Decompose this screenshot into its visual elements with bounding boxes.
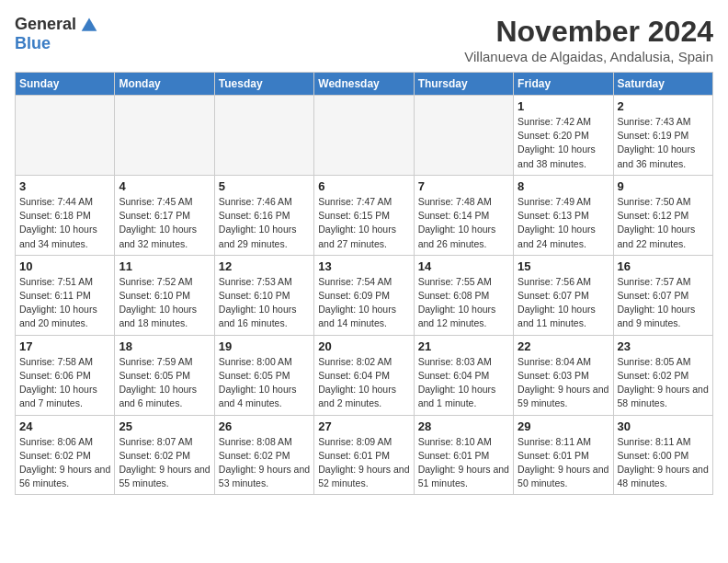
calendar-cell: 11Sunrise: 7:52 AM Sunset: 6:10 PM Dayli…: [115, 255, 214, 335]
day-number: 17: [19, 339, 110, 353]
col-header-wednesday: Wednesday: [314, 73, 414, 96]
calendar-header-row: SundayMondayTuesdayWednesdayThursdayFrid…: [16, 73, 713, 96]
day-number: 10: [19, 259, 110, 273]
col-header-thursday: Thursday: [414, 73, 513, 96]
day-info: Sunrise: 8:05 AM Sunset: 6:02 PM Dayligh…: [618, 355, 709, 411]
logo-general-text: General: [15, 15, 76, 34]
header: General Blue November 2024 Villanueva de…: [15, 15, 713, 64]
day-info: Sunrise: 7:58 AM Sunset: 6:06 PM Dayligh…: [19, 355, 110, 411]
logo-icon: [80, 16, 98, 34]
calendar-cell: 25Sunrise: 8:07 AM Sunset: 6:02 PM Dayli…: [115, 415, 214, 495]
day-number: 23: [618, 339, 709, 353]
day-info: Sunrise: 7:45 AM Sunset: 6:17 PM Dayligh…: [119, 195, 210, 251]
month-title: November 2024: [464, 15, 713, 49]
day-info: Sunrise: 7:42 AM Sunset: 6:20 PM Dayligh…: [518, 115, 609, 171]
week-row-1: 1Sunrise: 7:42 AM Sunset: 6:20 PM Daylig…: [16, 96, 713, 176]
calendar-cell: 13Sunrise: 7:54 AM Sunset: 6:09 PM Dayli…: [314, 255, 414, 335]
calendar-cell: 4Sunrise: 7:45 AM Sunset: 6:17 PM Daylig…: [115, 175, 214, 255]
day-info: Sunrise: 7:46 AM Sunset: 6:16 PM Dayligh…: [219, 195, 310, 251]
week-row-3: 10Sunrise: 7:51 AM Sunset: 6:11 PM Dayli…: [16, 255, 713, 335]
day-number: 7: [418, 179, 509, 193]
day-number: 21: [418, 339, 509, 353]
day-number: 4: [119, 179, 210, 193]
calendar-table: SundayMondayTuesdayWednesdayThursdayFrid…: [15, 72, 713, 495]
day-number: 3: [19, 179, 110, 193]
col-header-friday: Friday: [514, 73, 613, 96]
calendar-cell: 17Sunrise: 7:58 AM Sunset: 6:06 PM Dayli…: [16, 335, 115, 415]
calendar-cell: 6Sunrise: 7:47 AM Sunset: 6:15 PM Daylig…: [314, 175, 414, 255]
col-header-tuesday: Tuesday: [214, 73, 313, 96]
calendar-cell: 2Sunrise: 7:43 AM Sunset: 6:19 PM Daylig…: [613, 96, 712, 176]
day-number: 28: [418, 419, 509, 433]
day-number: 27: [318, 419, 409, 433]
calendar-cell: [214, 96, 313, 176]
logo-blue-text: Blue: [15, 34, 51, 53]
day-info: Sunrise: 7:59 AM Sunset: 6:05 PM Dayligh…: [119, 355, 210, 411]
day-info: Sunrise: 8:00 AM Sunset: 6:05 PM Dayligh…: [219, 355, 310, 411]
day-info: Sunrise: 7:44 AM Sunset: 6:18 PM Dayligh…: [19, 195, 110, 251]
title-area: November 2024 Villanueva de Algaidas, An…: [464, 15, 713, 64]
day-number: 2: [618, 99, 709, 113]
calendar-cell: 9Sunrise: 7:50 AM Sunset: 6:12 PM Daylig…: [613, 175, 712, 255]
day-info: Sunrise: 7:50 AM Sunset: 6:12 PM Dayligh…: [618, 195, 709, 251]
calendar-cell: 29Sunrise: 8:11 AM Sunset: 6:01 PM Dayli…: [514, 415, 613, 495]
day-info: Sunrise: 8:02 AM Sunset: 6:04 PM Dayligh…: [318, 355, 409, 411]
day-info: Sunrise: 7:47 AM Sunset: 6:15 PM Dayligh…: [318, 195, 409, 251]
calendar-cell: 1Sunrise: 7:42 AM Sunset: 6:20 PM Daylig…: [514, 96, 613, 176]
calendar-cell: 20Sunrise: 8:02 AM Sunset: 6:04 PM Dayli…: [314, 335, 414, 415]
day-number: 13: [318, 259, 409, 273]
day-info: Sunrise: 7:52 AM Sunset: 6:10 PM Dayligh…: [119, 275, 210, 331]
calendar-cell: 21Sunrise: 8:03 AM Sunset: 6:04 PM Dayli…: [414, 335, 513, 415]
day-info: Sunrise: 8:04 AM Sunset: 6:03 PM Dayligh…: [518, 355, 609, 411]
day-info: Sunrise: 7:53 AM Sunset: 6:10 PM Dayligh…: [219, 275, 310, 331]
day-info: Sunrise: 7:56 AM Sunset: 6:07 PM Dayligh…: [518, 275, 609, 331]
day-info: Sunrise: 8:07 AM Sunset: 6:02 PM Dayligh…: [119, 435, 210, 491]
week-row-4: 17Sunrise: 7:58 AM Sunset: 6:06 PM Dayli…: [16, 335, 713, 415]
day-number: 9: [618, 179, 709, 193]
day-number: 14: [418, 259, 509, 273]
location-subtitle: Villanueva de Algaidas, Andalusia, Spain: [464, 49, 713, 64]
week-row-2: 3Sunrise: 7:44 AM Sunset: 6:18 PM Daylig…: [16, 175, 713, 255]
day-number: 26: [219, 419, 310, 433]
calendar-cell: 22Sunrise: 8:04 AM Sunset: 6:03 PM Dayli…: [514, 335, 613, 415]
calendar-body: 1Sunrise: 7:42 AM Sunset: 6:20 PM Daylig…: [16, 96, 713, 495]
calendar-cell: 16Sunrise: 7:57 AM Sunset: 6:07 PM Dayli…: [613, 255, 712, 335]
day-number: 5: [219, 179, 310, 193]
day-number: 16: [618, 259, 709, 273]
calendar-cell: 27Sunrise: 8:09 AM Sunset: 6:01 PM Dayli…: [314, 415, 414, 495]
calendar-cell: 5Sunrise: 7:46 AM Sunset: 6:16 PM Daylig…: [214, 175, 313, 255]
calendar-cell: 12Sunrise: 7:53 AM Sunset: 6:10 PM Dayli…: [214, 255, 313, 335]
day-number: 19: [219, 339, 310, 353]
day-info: Sunrise: 8:10 AM Sunset: 6:01 PM Dayligh…: [418, 435, 509, 491]
day-info: Sunrise: 8:06 AM Sunset: 6:02 PM Dayligh…: [19, 435, 110, 491]
calendar-cell: 8Sunrise: 7:49 AM Sunset: 6:13 PM Daylig…: [514, 175, 613, 255]
calendar-cell: 19Sunrise: 8:00 AM Sunset: 6:05 PM Dayli…: [214, 335, 313, 415]
day-info: Sunrise: 7:55 AM Sunset: 6:08 PM Dayligh…: [418, 275, 509, 331]
col-header-saturday: Saturday: [613, 73, 712, 96]
day-info: Sunrise: 8:09 AM Sunset: 6:01 PM Dayligh…: [318, 435, 409, 491]
calendar-cell: [314, 96, 414, 176]
day-info: Sunrise: 8:11 AM Sunset: 6:00 PM Dayligh…: [618, 435, 709, 491]
day-number: 24: [19, 419, 110, 433]
day-number: 8: [518, 179, 609, 193]
col-header-sunday: Sunday: [16, 73, 115, 96]
day-number: 1: [518, 99, 609, 113]
calendar-cell: 28Sunrise: 8:10 AM Sunset: 6:01 PM Dayli…: [414, 415, 513, 495]
calendar-cell: 10Sunrise: 7:51 AM Sunset: 6:11 PM Dayli…: [16, 255, 115, 335]
day-info: Sunrise: 7:43 AM Sunset: 6:19 PM Dayligh…: [618, 115, 709, 171]
day-info: Sunrise: 7:54 AM Sunset: 6:09 PM Dayligh…: [318, 275, 409, 331]
day-number: 20: [318, 339, 409, 353]
day-info: Sunrise: 8:03 AM Sunset: 6:04 PM Dayligh…: [418, 355, 509, 411]
day-info: Sunrise: 7:57 AM Sunset: 6:07 PM Dayligh…: [618, 275, 709, 331]
day-number: 18: [119, 339, 210, 353]
day-number: 15: [518, 259, 609, 273]
calendar-cell: [115, 96, 214, 176]
day-number: 29: [518, 419, 609, 433]
calendar-cell: 30Sunrise: 8:11 AM Sunset: 6:00 PM Dayli…: [613, 415, 712, 495]
day-number: 6: [318, 179, 409, 193]
svg-marker-0: [82, 17, 97, 30]
day-number: 22: [518, 339, 609, 353]
calendar-cell: 23Sunrise: 8:05 AM Sunset: 6:02 PM Dayli…: [613, 335, 712, 415]
day-info: Sunrise: 7:49 AM Sunset: 6:13 PM Dayligh…: [518, 195, 609, 251]
calendar-cell: 26Sunrise: 8:08 AM Sunset: 6:02 PM Dayli…: [214, 415, 313, 495]
